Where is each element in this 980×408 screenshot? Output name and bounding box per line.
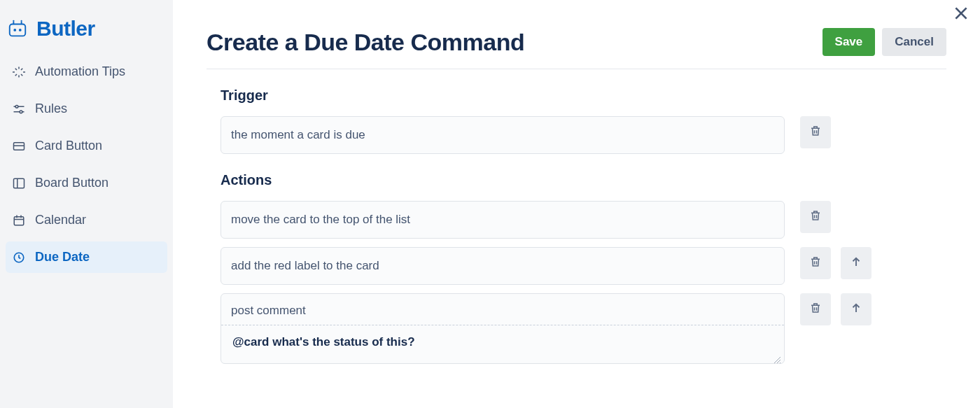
sidebar-item-label: Calendar (35, 213, 86, 227)
brand-title: Butler (36, 17, 95, 41)
cancel-button[interactable]: Cancel (882, 28, 946, 56)
header-actions: Save Cancel (822, 28, 946, 56)
action-text[interactable]: add the red label to the card (220, 247, 785, 285)
action-row: post comment @card what's the status of … (220, 293, 946, 364)
board-icon (13, 177, 25, 190)
sidebar-item-board-button[interactable]: Board Button (6, 167, 167, 199)
trigger-section-label: Trigger (220, 87, 946, 104)
svg-point-1 (13, 29, 16, 31)
sidebar-item-label: Board Button (35, 176, 108, 190)
move-up-action-button[interactable] (841, 247, 872, 279)
close-icon (952, 13, 970, 24)
close-button[interactable] (952, 4, 970, 25)
svg-rect-0 (10, 24, 26, 36)
sidebar-item-label: Card Button (35, 139, 102, 153)
move-up-action-button[interactable] (841, 293, 872, 325)
comment-text: @card what's the status of this? (232, 335, 415, 349)
arrow-up-icon (850, 302, 862, 317)
butler-robot-icon (7, 19, 28, 38)
arrow-up-icon (850, 255, 862, 271)
sidebar-item-calendar[interactable]: Calendar (6, 204, 167, 236)
sidebar-item-card-button[interactable]: Card Button (6, 130, 167, 162)
brand: Butler (6, 13, 167, 56)
action-comment-block[interactable]: post comment @card what's the status of … (220, 293, 785, 364)
sidebar: Butler Automation Tips Rules Card Button (0, 0, 173, 408)
clock-icon (13, 251, 25, 264)
app-root: Butler Automation Tips Rules Card Button (0, 0, 980, 408)
delete-action-button[interactable] (800, 201, 831, 233)
header: Create a Due Date Command Save Cancel (206, 28, 946, 69)
resize-handle-icon[interactable] (773, 353, 781, 362)
svg-rect-13 (14, 178, 24, 188)
sparkle-icon (13, 66, 25, 78)
action-text: post comment (221, 294, 784, 325)
svg-point-4 (13, 20, 14, 22)
trigger-row: the moment a card is due (220, 116, 946, 154)
svg-point-6 (21, 20, 22, 22)
trash-icon (809, 125, 822, 140)
card-icon (13, 140, 25, 153)
comment-input[interactable]: @card what's the status of this? (221, 325, 784, 363)
action-text[interactable]: move the card to the top of the list (220, 201, 785, 239)
svg-rect-15 (14, 216, 24, 225)
sidebar-item-automation-tips[interactable]: Automation Tips (6, 56, 167, 87)
calendar-icon (13, 214, 25, 227)
trash-icon (809, 255, 822, 271)
svg-point-8 (15, 105, 18, 108)
action-row: add the red label to the card (220, 247, 946, 285)
sidebar-item-due-date[interactable]: Due Date (6, 241, 167, 273)
trash-icon (809, 302, 822, 317)
delete-trigger-button[interactable] (800, 116, 831, 148)
trigger-text[interactable]: the moment a card is due (220, 116, 785, 154)
actions-section-label: Actions (220, 172, 946, 188)
svg-line-22 (774, 357, 780, 363)
svg-line-24 (780, 363, 780, 363)
page-title: Create a Due Date Command (206, 29, 524, 56)
sidebar-item-label: Due Date (35, 250, 90, 265)
trash-icon (809, 209, 822, 225)
sidebar-item-label: Rules (35, 101, 67, 116)
svg-point-10 (20, 110, 22, 113)
action-row: move the card to the top of the list (220, 201, 946, 239)
main-panel: Create a Due Date Command Save Cancel Tr… (173, 0, 980, 408)
svg-point-2 (19, 29, 22, 31)
sliders-icon (13, 103, 25, 115)
sidebar-item-label: Automation Tips (35, 64, 125, 79)
delete-action-button[interactable] (800, 293, 831, 325)
save-button[interactable]: Save (822, 28, 876, 56)
sidebar-item-rules[interactable]: Rules (6, 93, 167, 125)
delete-action-button[interactable] (800, 247, 831, 279)
